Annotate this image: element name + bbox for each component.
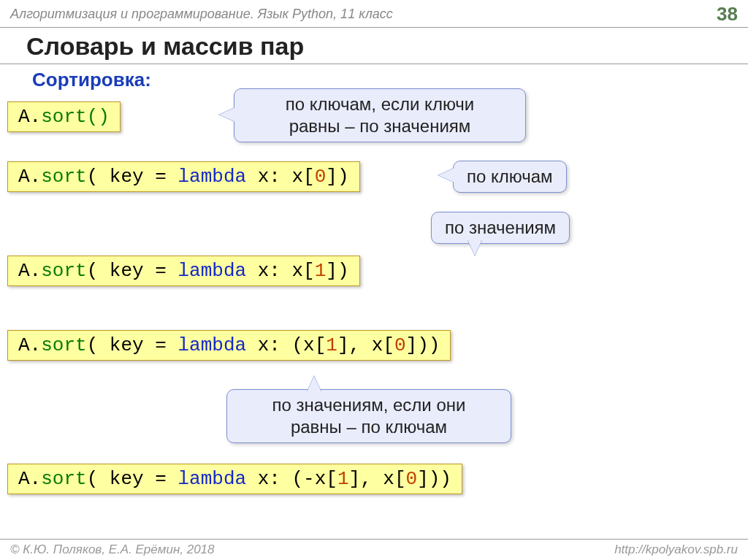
- source-url: http://kpolyakov.spb.ru: [614, 542, 738, 557]
- code-text: ])): [406, 334, 440, 356]
- callout-tail: [307, 376, 321, 392]
- callout-tail: [219, 107, 235, 122]
- code-text: sort: [41, 166, 86, 188]
- course-title: Алгоритмизация и программирование. Язык …: [10, 7, 393, 22]
- code-text: ( key =: [87, 468, 178, 490]
- code-text: lambda: [178, 166, 246, 188]
- page-number: 38: [717, 3, 738, 26]
- code-text: ( key =: [87, 334, 178, 356]
- code-text: lambda: [178, 468, 246, 490]
- code-text: x: (x[: [246, 334, 326, 356]
- callout-tail: [468, 239, 482, 256]
- callout-keys-values: по ключам, если ключи равны – по значени…: [234, 88, 526, 142]
- code-text: 1: [337, 468, 349, 490]
- callout-text: по значениям, если они равны – по ключам: [272, 395, 466, 437]
- code-text: sort(): [41, 106, 110, 128]
- code-text: sort: [41, 334, 86, 356]
- slide-title: Словарь и массив пар: [0, 28, 748, 64]
- code-text: lambda: [178, 334, 246, 356]
- code-text: ], x[: [337, 334, 394, 356]
- callout-keys: по ключам: [453, 161, 567, 193]
- code-text: A.: [18, 468, 41, 490]
- code-text: 0: [315, 166, 327, 188]
- code-text: x: x[: [246, 166, 315, 188]
- code-text: sort: [41, 468, 86, 490]
- code-text: lambda: [178, 260, 246, 282]
- code-text: 0: [394, 334, 406, 356]
- callout-text: по ключам: [467, 166, 553, 186]
- code-text: x: x[: [246, 260, 315, 282]
- code-text: 0: [406, 468, 418, 490]
- section-heading: Сортировка:: [0, 64, 748, 91]
- code-text: A.: [18, 334, 41, 356]
- slide-footer: © К.Ю. Поляков, Е.А. Ерёмин, 2018 http:/…: [0, 539, 748, 560]
- slide-content: A.sort() по ключам, если ключи равны – п…: [0, 91, 748, 529]
- code-text: A.: [18, 260, 41, 282]
- code-text: 1: [326, 334, 337, 356]
- code-box-4: A.sort( key = lambda x: (x[1], x[0])): [7, 330, 451, 361]
- slide-header: Алгоритмизация и программирование. Язык …: [0, 0, 748, 28]
- callout-values-keys: по значениям, если они равны – по ключам: [226, 389, 511, 443]
- callout-values: по значениям: [431, 212, 570, 244]
- code-box-3: A.sort( key = lambda x: x[1]): [7, 256, 360, 286]
- code-text: ]): [326, 260, 348, 282]
- callout-text: по значениям: [445, 218, 556, 237]
- code-text: A.: [18, 106, 41, 128]
- code-box-2: A.sort( key = lambda x: x[0]): [7, 161, 360, 192]
- code-text: 1: [315, 260, 327, 282]
- code-box-1: A.sort(): [7, 101, 121, 132]
- callout-text: по ключам, если ключи равны – по значени…: [286, 94, 475, 136]
- code-text: ( key =: [87, 260, 178, 282]
- code-text: ], x[: [349, 468, 406, 490]
- copyright: © К.Ю. Поляков, Е.А. Ерёмин, 2018: [10, 542, 215, 557]
- code-text: A.: [18, 166, 41, 188]
- code-box-5: A.sort( key = lambda x: (-x[1], x[0])): [7, 464, 462, 494]
- code-text: ]): [326, 166, 348, 188]
- code-text: sort: [41, 260, 86, 282]
- code-text: ( key =: [87, 166, 178, 188]
- callout-tail: [438, 168, 454, 183]
- code-text: ])): [417, 468, 451, 490]
- code-text: x: (-x[: [246, 468, 337, 490]
